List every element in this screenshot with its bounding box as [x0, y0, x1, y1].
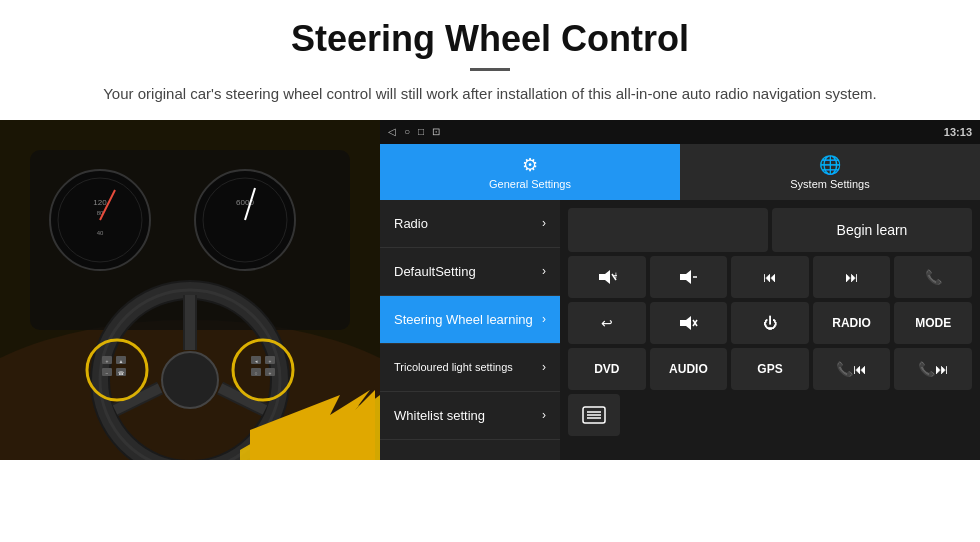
menu-radio-label: Radio	[394, 216, 428, 231]
car-image: 120 80 40 6000	[0, 120, 380, 460]
audio-button[interactable]: AUDIO	[650, 348, 728, 390]
menu-item-steering[interactable]: Steering Wheel learning ›	[380, 296, 560, 344]
tab-system[interactable]: 🌐 System Settings	[680, 144, 980, 200]
android-ui: ◁ ○ □ ⊡ 13:13 ⚙ General Settings 🌐 Syste…	[380, 120, 980, 460]
back-icon[interactable]: ◁	[388, 126, 396, 137]
status-left: ◁ ○ □ ⊡	[388, 126, 440, 137]
chevron-icon: ›	[542, 264, 546, 278]
controls-row-1: + ⏮ ⏭ 📞	[568, 256, 972, 298]
menu-tricoloured-label: Tricoloured light settings	[394, 361, 513, 373]
vol-up-button[interactable]: +	[568, 256, 646, 298]
page-title: Steering Wheel Control	[60, 18, 920, 60]
controls-row-3: DVD AUDIO GPS 📞⏮ 📞⏭	[568, 348, 972, 390]
svg-text:○: ○	[254, 370, 257, 376]
subtitle-text: Your original car's steering wheel contr…	[60, 83, 920, 106]
clock: 13:13	[944, 126, 972, 138]
svg-marker-49	[680, 316, 691, 330]
svg-text:▲: ▲	[119, 358, 124, 364]
phone-button[interactable]: 📞	[894, 256, 972, 298]
recents-icon[interactable]: □	[418, 126, 424, 137]
svg-marker-47	[680, 270, 691, 284]
status-bar: ◁ ○ □ ⊡ 13:13	[380, 120, 980, 144]
title-divider	[470, 68, 510, 71]
menu-steering-label: Steering Wheel learning	[394, 312, 533, 327]
header-section: Steering Wheel Control Your original car…	[0, 0, 980, 120]
phone-prev-button[interactable]: 📞⏮	[813, 348, 891, 390]
begin-learn-row: Begin learn	[568, 208, 972, 252]
power-button[interactable]: ⏻	[731, 302, 809, 344]
svg-text:40: 40	[97, 230, 104, 236]
prev-track-button[interactable]: ⏮	[731, 256, 809, 298]
tab-general-label: General Settings	[489, 178, 571, 190]
chevron-icon: ›	[542, 312, 546, 326]
return-button[interactable]: ↩	[568, 302, 646, 344]
right-panel: Begin learn + ⏮ ⏭ 📞	[560, 200, 980, 460]
chevron-icon: ›	[542, 408, 546, 422]
menu-icon-button[interactable]	[568, 394, 620, 436]
menu-default-label: DefaultSetting	[394, 264, 476, 279]
svg-marker-43	[599, 270, 610, 284]
tab-system-label: System Settings	[790, 178, 869, 190]
app-icon[interactable]: ⊡	[432, 126, 440, 137]
svg-text:+: +	[106, 358, 109, 364]
vol-down-button[interactable]	[650, 256, 728, 298]
svg-text:☎: ☎	[118, 370, 124, 376]
svg-text:◂: ◂	[255, 358, 258, 364]
home-icon[interactable]: ○	[404, 126, 410, 137]
svg-point-22	[162, 352, 218, 408]
bottom-section: 120 80 40 6000	[0, 120, 980, 460]
menu-item-whitelist[interactable]: Whitelist setting ›	[380, 392, 560, 440]
menu-whitelist-label: Whitelist setting	[394, 408, 485, 423]
controls-row-2: ↩ ⏻ RADIO MODE	[568, 302, 972, 344]
svg-text:+: +	[613, 270, 617, 281]
svg-text:+: +	[269, 358, 272, 364]
menu-item-tricoloured[interactable]: Tricoloured light settings ›	[380, 344, 560, 392]
main-content: Radio › DefaultSetting › Steering Wheel …	[380, 200, 980, 460]
phone-next-button[interactable]: 📞⏭	[894, 348, 972, 390]
general-settings-icon: ⚙	[522, 154, 538, 176]
mute-button[interactable]	[650, 302, 728, 344]
tab-bar: ⚙ General Settings 🌐 System Settings	[380, 144, 980, 200]
menu-item-default[interactable]: DefaultSetting ›	[380, 248, 560, 296]
left-menu: Radio › DefaultSetting › Steering Wheel …	[380, 200, 560, 460]
menu-item-radio[interactable]: Radio ›	[380, 200, 560, 248]
tab-general[interactable]: ⚙ General Settings	[380, 144, 680, 200]
svg-text:120: 120	[93, 198, 107, 207]
controls-grid: + ⏮ ⏭ 📞 ↩ ⏻	[568, 256, 972, 436]
radio-button[interactable]: RADIO	[813, 302, 891, 344]
chevron-icon: ›	[542, 360, 546, 374]
chevron-icon: ›	[542, 216, 546, 230]
mode-button[interactable]: MODE	[894, 302, 972, 344]
system-settings-icon: 🌐	[819, 154, 841, 176]
controls-row-4	[568, 394, 972, 436]
dvd-button[interactable]: DVD	[568, 348, 646, 390]
begin-learn-button[interactable]: Begin learn	[772, 208, 972, 252]
svg-text:+: +	[269, 370, 272, 376]
empty-input-box	[568, 208, 768, 252]
next-track-button[interactable]: ⏭	[813, 256, 891, 298]
gps-button[interactable]: GPS	[731, 348, 809, 390]
svg-text:−: −	[106, 370, 109, 376]
